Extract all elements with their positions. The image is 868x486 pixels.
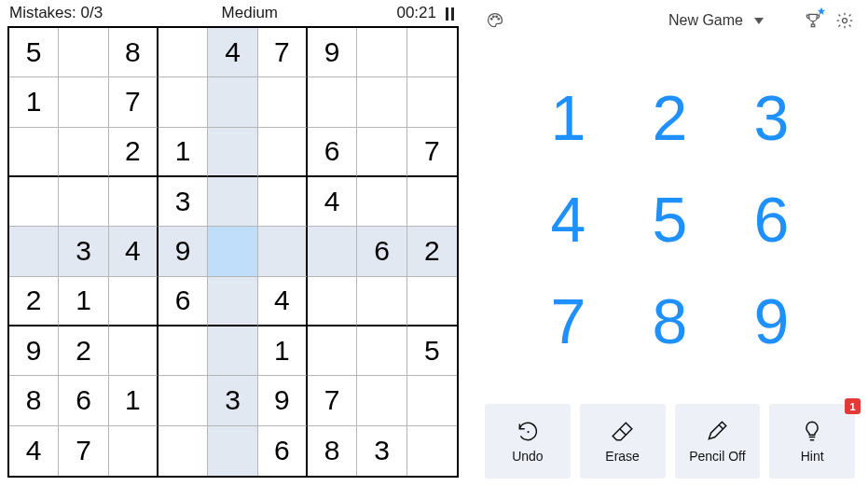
cell-r6-c3[interactable] [158, 326, 208, 376]
cell-r3-c5[interactable] [258, 177, 308, 227]
cell-r4-c7[interactable]: 6 [357, 227, 406, 276]
numpad-4[interactable]: 4 [522, 173, 614, 265]
cell-r5-c4[interactable] [208, 277, 257, 326]
new-game-button[interactable]: New Game [668, 12, 764, 29]
cell-r2-c1[interactable] [59, 128, 108, 177]
cell-r0-c7[interactable] [357, 28, 406, 77]
cell-r6-c6[interactable] [308, 326, 357, 376]
cell-r6-c2[interactable] [109, 326, 158, 376]
cell-r1-c1[interactable] [59, 77, 108, 127]
cell-r8-c6[interactable]: 8 [308, 426, 357, 476]
cell-r0-c1[interactable] [59, 28, 108, 77]
numpad-3[interactable]: 3 [725, 71, 818, 163]
cell-r0-c2[interactable]: 8 [109, 28, 158, 77]
cell-r1-c4[interactable] [208, 77, 257, 127]
pause-icon[interactable] [446, 7, 457, 20]
cell-r1-c6[interactable] [308, 77, 357, 127]
cell-r7-c8[interactable] [407, 376, 457, 425]
cell-r1-c2[interactable]: 7 [109, 77, 158, 127]
cell-r2-c3[interactable]: 1 [158, 128, 208, 177]
cell-r1-c0[interactable]: 1 [9, 77, 59, 127]
numpad-8[interactable]: 8 [624, 274, 716, 367]
cell-r5-c2[interactable] [109, 277, 158, 326]
cell-r2-c8[interactable]: 7 [407, 128, 457, 177]
cell-r8-c2[interactable] [109, 426, 158, 476]
cell-r0-c5[interactable]: 7 [258, 28, 308, 77]
gear-icon[interactable] [834, 10, 855, 31]
cell-r4-c5[interactable] [258, 227, 308, 276]
undo-button[interactable]: Undo [485, 404, 571, 479]
cell-r6-c0[interactable]: 9 [9, 326, 59, 376]
cell-r6-c1[interactable]: 2 [59, 326, 108, 376]
cell-r4-c2[interactable]: 4 [109, 227, 158, 276]
cell-r5-c5[interactable]: 4 [258, 277, 308, 326]
cell-r5-c3[interactable]: 6 [158, 277, 208, 326]
cell-r3-c7[interactable] [357, 177, 406, 227]
cell-r2-c0[interactable] [9, 128, 59, 177]
cell-r0-c8[interactable] [407, 28, 457, 77]
cell-r8-c3[interactable] [158, 426, 208, 476]
cell-r7-c7[interactable] [357, 376, 406, 425]
cell-r7-c4[interactable]: 3 [208, 376, 257, 425]
cell-r7-c6[interactable]: 7 [308, 376, 357, 425]
cell-r2-c6[interactable]: 6 [308, 128, 357, 177]
cell-r5-c0[interactable]: 2 [9, 277, 59, 326]
cell-r6-c8[interactable]: 5 [407, 326, 457, 376]
cell-r7-c2[interactable]: 1 [109, 376, 158, 425]
cell-r5-c6[interactable] [308, 277, 357, 326]
numpad-2[interactable]: 2 [624, 71, 716, 163]
cell-r2-c7[interactable] [357, 128, 406, 177]
cell-r8-c0[interactable]: 4 [9, 426, 59, 476]
cell-r4-c3[interactable]: 9 [158, 227, 208, 276]
cell-r7-c5[interactable]: 9 [258, 376, 308, 425]
cell-r8-c4[interactable] [208, 426, 257, 476]
cell-r6-c5[interactable]: 1 [258, 326, 308, 376]
cell-r2-c4[interactable] [208, 128, 257, 177]
cell-r0-c6[interactable]: 9 [308, 28, 357, 77]
cell-r0-c3[interactable] [158, 28, 208, 77]
cell-r7-c0[interactable]: 8 [9, 376, 59, 425]
cell-r6-c4[interactable] [208, 326, 257, 376]
cell-r3-c8[interactable] [407, 177, 457, 227]
erase-button[interactable]: Erase [580, 404, 666, 479]
cell-r7-c3[interactable] [158, 376, 208, 425]
sudoku-grid[interactable]: 5847917216734349622164921586139747683 [7, 26, 459, 478]
cell-r1-c3[interactable] [158, 77, 208, 127]
cell-r0-c0[interactable]: 5 [9, 28, 59, 77]
trophy-icon[interactable] [803, 10, 823, 31]
cell-r1-c8[interactable] [407, 77, 457, 127]
cell-r5-c7[interactable] [357, 277, 406, 326]
cell-r7-c1[interactable]: 6 [59, 376, 108, 425]
numpad-9[interactable]: 9 [725, 274, 818, 367]
cell-r3-c2[interactable] [109, 177, 158, 227]
cell-r3-c1[interactable] [59, 177, 108, 227]
cell-r4-c4[interactable] [208, 227, 257, 276]
cell-r4-c0[interactable] [9, 227, 59, 276]
cell-r0-c4[interactable]: 4 [208, 28, 257, 77]
cell-r4-c8[interactable]: 2 [407, 227, 457, 276]
numpad-5[interactable]: 5 [624, 173, 716, 265]
cell-r8-c5[interactable]: 6 [258, 426, 308, 476]
cell-r2-c2[interactable]: 2 [109, 128, 158, 177]
cell-r1-c5[interactable] [258, 77, 308, 127]
cell-r2-c5[interactable] [258, 128, 308, 177]
cell-r4-c6[interactable] [308, 227, 357, 276]
cell-r3-c6[interactable]: 4 [308, 177, 357, 227]
cell-r5-c8[interactable] [407, 277, 457, 326]
cell-r1-c7[interactable] [357, 77, 406, 127]
numpad-6[interactable]: 6 [725, 173, 818, 265]
hint-button[interactable]: Hint 1 [769, 404, 855, 479]
cell-r5-c1[interactable]: 1 [59, 277, 108, 326]
cell-r8-c1[interactable]: 7 [59, 426, 108, 476]
numpad-7[interactable]: 7 [522, 274, 614, 367]
cell-r6-c7[interactable] [357, 326, 406, 376]
cell-r4-c1[interactable]: 3 [59, 227, 108, 276]
cell-r8-c8[interactable] [407, 426, 457, 476]
cell-r3-c3[interactable]: 3 [158, 177, 208, 227]
pencil-button[interactable]: Pencil Off [675, 404, 761, 479]
cell-r3-c0[interactable] [9, 177, 59, 227]
numpad-1[interactable]: 1 [522, 71, 614, 163]
palette-icon[interactable] [485, 10, 505, 31]
cell-r8-c7[interactable]: 3 [357, 426, 406, 476]
cell-r3-c4[interactable] [208, 177, 257, 227]
